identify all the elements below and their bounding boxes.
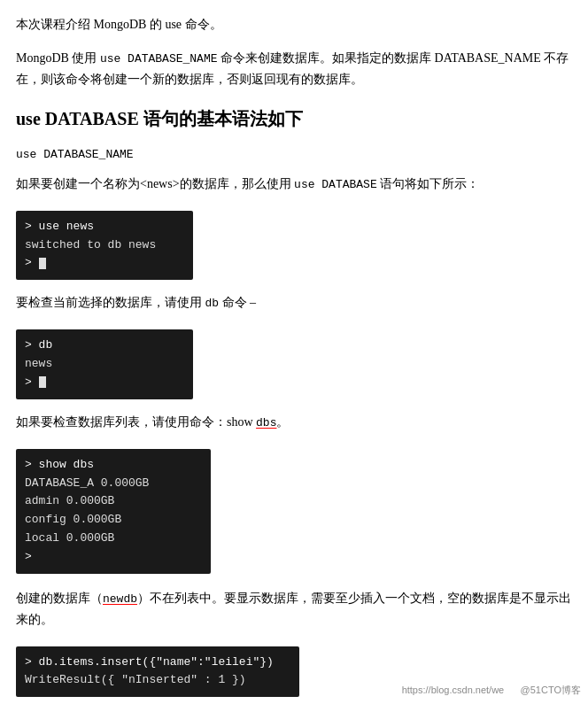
intro-text-2: MongoDB 使用 use DATABASE_NAME 命令来创建数据库。如果…: [16, 51, 569, 86]
watermark-left: https://blog.csdn.net/we: [402, 685, 505, 695]
heading-text: use DATABASE 语句的基本语法如下: [16, 109, 303, 128]
intro-paragraph-1: 本次课程介绍 MongoDB 的 use 命令。: [16, 14, 572, 35]
example-intro-text: 如果要创建一个名称为<news>的数据库，那么使用 use DATABASE 语…: [16, 174, 572, 195]
show-dbs-line-5: local 0.000GB: [25, 530, 202, 548]
terminal-line-2: switched to db news: [25, 236, 184, 255]
terminal-line-3: >: [25, 254, 184, 273]
show-dbs-line-6: >: [25, 548, 202, 567]
dbs-keyword: dbs: [256, 416, 276, 429]
terminal-db-line-2: news: [25, 355, 184, 374]
insert-line-2: WriteResult({ "nInserted" : 1 }): [25, 671, 290, 690]
terminal-db-line-1: > db: [25, 337, 184, 355]
show-dbs-line-3: admin 0.000GB: [25, 492, 202, 511]
section-heading-1: use DATABASE 语句的基本语法如下: [16, 106, 572, 131]
show-dbs-line-1: > show dbs: [25, 456, 202, 475]
syntax-line: use DATABASE_NAME: [16, 143, 572, 165]
insert-line-1: > db.items.insert({"name":"leilei"}): [25, 654, 290, 672]
check-db-text: 要检查当前选择的数据库，请使用 db 命令 –: [16, 292, 572, 313]
show-dbs-line-2: DATABASE_A 0.000GB: [25, 475, 202, 493]
watermark: https://blog.csdn.net/we @51CTO博客: [402, 684, 581, 697]
show-dbs-text: 如果要检查数据库列表，请使用命令：show dbs。: [16, 412, 572, 433]
watermark-right: @51CTO博客: [521, 685, 581, 695]
intro-text-1: 本次课程介绍 MongoDB 的 use 命令。: [16, 18, 222, 31]
terminal-db-line-3: >: [25, 374, 184, 392]
terminal-show-dbs: > show dbs DATABASE_A 0.000GB admin 0.00…: [16, 449, 211, 574]
show-dbs-line-4: config 0.000GB: [25, 511, 202, 530]
terminal-db: > db news >: [16, 329, 193, 398]
newdb-explanation: 创建的数据库（newdb）不在列表中。要显示数据库，需要至少插入一个文档，空的数…: [16, 588, 572, 631]
syntax-code: use DATABASE_NAME: [16, 148, 134, 161]
terminal-use-news: > use news switched to db news >: [16, 211, 193, 280]
terminal-insert: > db.items.insert({"name":"leilei"}) Wri…: [16, 646, 299, 698]
intro-paragraph-2: MongoDB 使用 use DATABASE_NAME 命令来创建数据库。如果…: [16, 48, 572, 90]
terminal-line-1: > use news: [25, 218, 184, 236]
newdb-text: newdb: [103, 592, 137, 606]
